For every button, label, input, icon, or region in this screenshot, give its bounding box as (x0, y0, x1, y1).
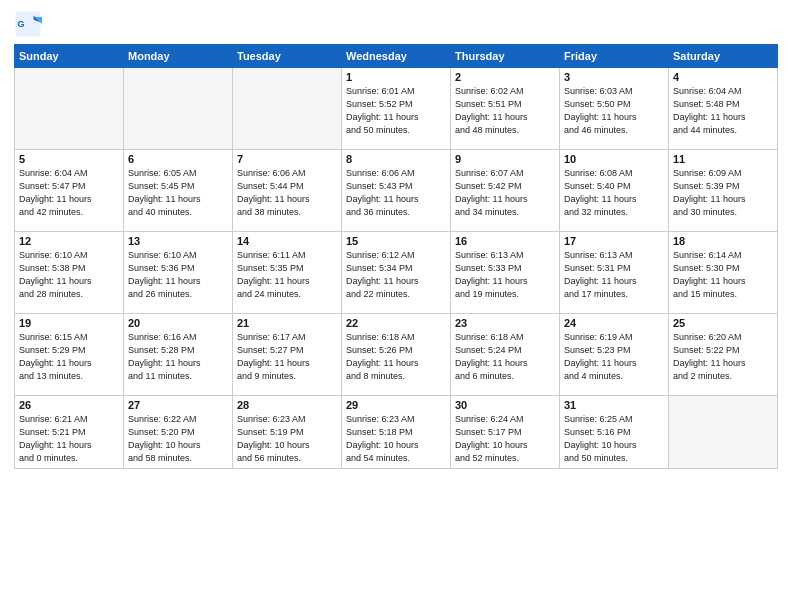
header: G (14, 10, 778, 38)
day-number: 16 (455, 235, 555, 247)
week-row-4: 19Sunrise: 6:15 AM Sunset: 5:29 PM Dayli… (15, 314, 778, 396)
day-number: 8 (346, 153, 446, 165)
day-cell: 19Sunrise: 6:15 AM Sunset: 5:29 PM Dayli… (15, 314, 124, 396)
day-cell: 4Sunrise: 6:04 AM Sunset: 5:48 PM Daylig… (669, 68, 778, 150)
day-cell: 13Sunrise: 6:10 AM Sunset: 5:36 PM Dayli… (124, 232, 233, 314)
col-header-tuesday: Tuesday (233, 45, 342, 68)
day-cell: 15Sunrise: 6:12 AM Sunset: 5:34 PM Dayli… (342, 232, 451, 314)
day-info: Sunrise: 6:10 AM Sunset: 5:36 PM Dayligh… (128, 249, 228, 301)
calendar-table: SundayMondayTuesdayWednesdayThursdayFrid… (14, 44, 778, 469)
day-cell: 18Sunrise: 6:14 AM Sunset: 5:30 PM Dayli… (669, 232, 778, 314)
day-number: 29 (346, 399, 446, 411)
week-row-2: 5Sunrise: 6:04 AM Sunset: 5:47 PM Daylig… (15, 150, 778, 232)
day-number: 10 (564, 153, 664, 165)
day-number: 3 (564, 71, 664, 83)
day-info: Sunrise: 6:12 AM Sunset: 5:34 PM Dayligh… (346, 249, 446, 301)
day-info: Sunrise: 6:22 AM Sunset: 5:20 PM Dayligh… (128, 413, 228, 465)
day-cell: 14Sunrise: 6:11 AM Sunset: 5:35 PM Dayli… (233, 232, 342, 314)
day-info: Sunrise: 6:05 AM Sunset: 5:45 PM Dayligh… (128, 167, 228, 219)
week-row-5: 26Sunrise: 6:21 AM Sunset: 5:21 PM Dayli… (15, 396, 778, 469)
day-cell: 23Sunrise: 6:18 AM Sunset: 5:24 PM Dayli… (451, 314, 560, 396)
day-cell: 6Sunrise: 6:05 AM Sunset: 5:45 PM Daylig… (124, 150, 233, 232)
day-cell: 16Sunrise: 6:13 AM Sunset: 5:33 PM Dayli… (451, 232, 560, 314)
day-info: Sunrise: 6:23 AM Sunset: 5:19 PM Dayligh… (237, 413, 337, 465)
day-info: Sunrise: 6:11 AM Sunset: 5:35 PM Dayligh… (237, 249, 337, 301)
day-info: Sunrise: 6:24 AM Sunset: 5:17 PM Dayligh… (455, 413, 555, 465)
week-row-3: 12Sunrise: 6:10 AM Sunset: 5:38 PM Dayli… (15, 232, 778, 314)
col-header-friday: Friday (560, 45, 669, 68)
day-info: Sunrise: 6:19 AM Sunset: 5:23 PM Dayligh… (564, 331, 664, 383)
day-info: Sunrise: 6:10 AM Sunset: 5:38 PM Dayligh… (19, 249, 119, 301)
day-number: 28 (237, 399, 337, 411)
day-info: Sunrise: 6:18 AM Sunset: 5:26 PM Dayligh… (346, 331, 446, 383)
day-info: Sunrise: 6:13 AM Sunset: 5:31 PM Dayligh… (564, 249, 664, 301)
page: G SundayMondayTuesdayWednesdayThursdayFr… (0, 0, 792, 612)
day-number: 7 (237, 153, 337, 165)
day-cell: 17Sunrise: 6:13 AM Sunset: 5:31 PM Dayli… (560, 232, 669, 314)
day-info: Sunrise: 6:07 AM Sunset: 5:42 PM Dayligh… (455, 167, 555, 219)
day-cell: 5Sunrise: 6:04 AM Sunset: 5:47 PM Daylig… (15, 150, 124, 232)
day-cell: 7Sunrise: 6:06 AM Sunset: 5:44 PM Daylig… (233, 150, 342, 232)
day-info: Sunrise: 6:15 AM Sunset: 5:29 PM Dayligh… (19, 331, 119, 383)
day-info: Sunrise: 6:08 AM Sunset: 5:40 PM Dayligh… (564, 167, 664, 219)
day-cell: 21Sunrise: 6:17 AM Sunset: 5:27 PM Dayli… (233, 314, 342, 396)
day-number: 2 (455, 71, 555, 83)
day-number: 15 (346, 235, 446, 247)
day-info: Sunrise: 6:18 AM Sunset: 5:24 PM Dayligh… (455, 331, 555, 383)
day-info: Sunrise: 6:01 AM Sunset: 5:52 PM Dayligh… (346, 85, 446, 137)
day-info: Sunrise: 6:25 AM Sunset: 5:16 PM Dayligh… (564, 413, 664, 465)
day-cell (124, 68, 233, 150)
day-number: 5 (19, 153, 119, 165)
day-number: 27 (128, 399, 228, 411)
day-cell: 9Sunrise: 6:07 AM Sunset: 5:42 PM Daylig… (451, 150, 560, 232)
day-cell: 24Sunrise: 6:19 AM Sunset: 5:23 PM Dayli… (560, 314, 669, 396)
day-number: 30 (455, 399, 555, 411)
day-number: 12 (19, 235, 119, 247)
day-cell: 1Sunrise: 6:01 AM Sunset: 5:52 PM Daylig… (342, 68, 451, 150)
day-info: Sunrise: 6:03 AM Sunset: 5:50 PM Dayligh… (564, 85, 664, 137)
day-info: Sunrise: 6:09 AM Sunset: 5:39 PM Dayligh… (673, 167, 773, 219)
day-cell: 3Sunrise: 6:03 AM Sunset: 5:50 PM Daylig… (560, 68, 669, 150)
day-info: Sunrise: 6:21 AM Sunset: 5:21 PM Dayligh… (19, 413, 119, 465)
day-cell: 22Sunrise: 6:18 AM Sunset: 5:26 PM Dayli… (342, 314, 451, 396)
day-number: 31 (564, 399, 664, 411)
day-info: Sunrise: 6:02 AM Sunset: 5:51 PM Dayligh… (455, 85, 555, 137)
day-cell: 29Sunrise: 6:23 AM Sunset: 5:18 PM Dayli… (342, 396, 451, 469)
day-info: Sunrise: 6:23 AM Sunset: 5:18 PM Dayligh… (346, 413, 446, 465)
day-number: 25 (673, 317, 773, 329)
day-number: 1 (346, 71, 446, 83)
day-cell (233, 68, 342, 150)
day-number: 6 (128, 153, 228, 165)
day-info: Sunrise: 6:06 AM Sunset: 5:43 PM Dayligh… (346, 167, 446, 219)
day-info: Sunrise: 6:06 AM Sunset: 5:44 PM Dayligh… (237, 167, 337, 219)
day-info: Sunrise: 6:20 AM Sunset: 5:22 PM Dayligh… (673, 331, 773, 383)
day-number: 23 (455, 317, 555, 329)
week-row-1: 1Sunrise: 6:01 AM Sunset: 5:52 PM Daylig… (15, 68, 778, 150)
day-cell: 10Sunrise: 6:08 AM Sunset: 5:40 PM Dayli… (560, 150, 669, 232)
day-number: 11 (673, 153, 773, 165)
col-header-monday: Monday (124, 45, 233, 68)
day-number: 17 (564, 235, 664, 247)
day-cell: 12Sunrise: 6:10 AM Sunset: 5:38 PM Dayli… (15, 232, 124, 314)
day-info: Sunrise: 6:14 AM Sunset: 5:30 PM Dayligh… (673, 249, 773, 301)
col-header-thursday: Thursday (451, 45, 560, 68)
col-header-wednesday: Wednesday (342, 45, 451, 68)
day-cell (669, 396, 778, 469)
day-info: Sunrise: 6:04 AM Sunset: 5:48 PM Dayligh… (673, 85, 773, 137)
col-header-sunday: Sunday (15, 45, 124, 68)
day-number: 13 (128, 235, 228, 247)
day-cell: 11Sunrise: 6:09 AM Sunset: 5:39 PM Dayli… (669, 150, 778, 232)
day-cell: 31Sunrise: 6:25 AM Sunset: 5:16 PM Dayli… (560, 396, 669, 469)
day-cell: 26Sunrise: 6:21 AM Sunset: 5:21 PM Dayli… (15, 396, 124, 469)
col-header-saturday: Saturday (669, 45, 778, 68)
day-cell: 25Sunrise: 6:20 AM Sunset: 5:22 PM Dayli… (669, 314, 778, 396)
day-number: 19 (19, 317, 119, 329)
svg-text:G: G (18, 19, 25, 29)
day-number: 22 (346, 317, 446, 329)
day-number: 21 (237, 317, 337, 329)
day-info: Sunrise: 6:13 AM Sunset: 5:33 PM Dayligh… (455, 249, 555, 301)
day-number: 24 (564, 317, 664, 329)
day-cell: 30Sunrise: 6:24 AM Sunset: 5:17 PM Dayli… (451, 396, 560, 469)
day-cell: 8Sunrise: 6:06 AM Sunset: 5:43 PM Daylig… (342, 150, 451, 232)
day-info: Sunrise: 6:04 AM Sunset: 5:47 PM Dayligh… (19, 167, 119, 219)
